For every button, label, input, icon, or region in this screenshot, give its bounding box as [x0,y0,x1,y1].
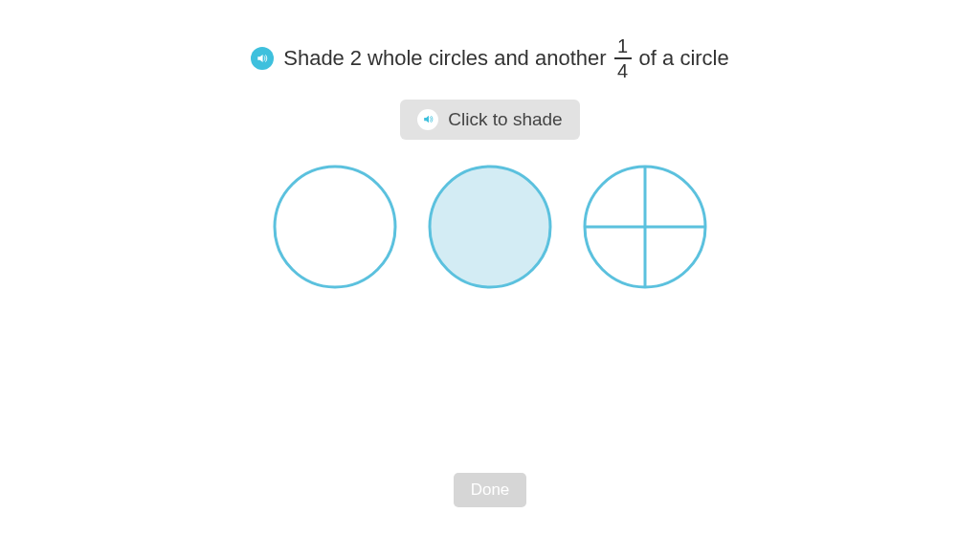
instruction-fraction: 1 4 [614,36,632,80]
done-button[interactable]: Done [454,473,527,507]
instruction-suffix: of a circle [639,46,729,71]
done-row: Done [0,473,980,507]
instruction-row: Shade 2 whole circles and another 1 4 of… [0,0,980,80]
instruction-text: Shade 2 whole circles and another 1 4 of… [283,36,729,80]
instruction-whole-count: 2 [350,46,362,71]
fraction-numerator: 1 [617,36,628,57]
circles-row [0,163,980,291]
instruction-prefix: Shade [283,46,345,71]
circle-shape [275,167,395,287]
circle-1[interactable] [271,163,399,291]
hint-row: Click to shade [0,100,980,140]
instruction-mid: whole circles and another [368,46,606,71]
fraction-denominator: 4 [617,59,628,80]
circle-3[interactable] [581,163,709,291]
hint-label: Click to shade [448,109,562,130]
circle-2[interactable] [426,163,554,291]
audio-icon[interactable] [251,47,274,70]
circle-shape [430,167,550,287]
hint-box: Click to shade [400,100,579,140]
audio-icon[interactable] [417,109,438,130]
